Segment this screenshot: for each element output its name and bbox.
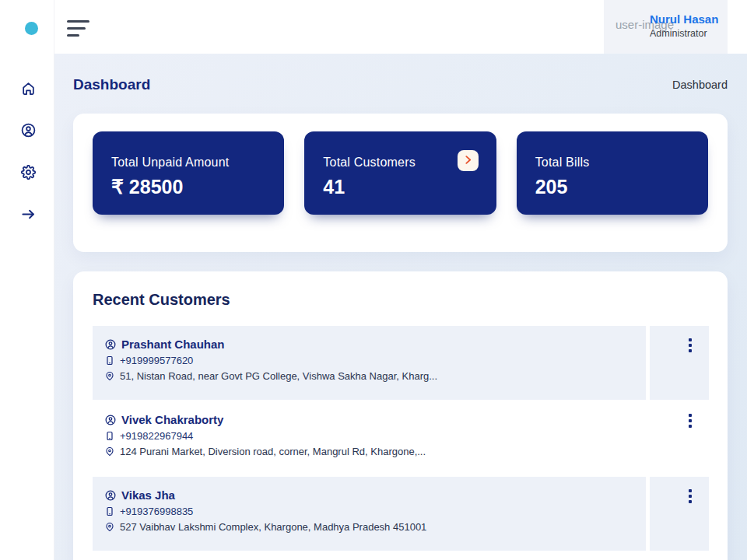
customer-info-cell: Vivek Chakraborty +919822967944 124 Pura… — [93, 401, 646, 475]
customer-actions-cell — [650, 401, 709, 475]
sidebar-item-customers[interactable] — [21, 123, 36, 138]
stat-label: Total Bills — [535, 156, 708, 170]
customer-list: Prashant Chauhan +919999577620 51, Nista… — [93, 326, 709, 552]
customer-name[interactable]: Prashant Chauhan — [121, 338, 225, 351]
user-role-label: Administrator — [650, 28, 718, 39]
sidebar-item-home[interactable] — [21, 81, 36, 96]
user-circle-icon — [21, 123, 36, 138]
kebab-menu-icon[interactable] — [685, 411, 696, 430]
customer-phone: +919376998835 — [120, 506, 193, 517]
person-circle-icon — [105, 490, 116, 501]
stats-row: Total Unpaid Amount ₹ 28500 Total Custom… — [93, 131, 708, 215]
breadcrumb[interactable]: Dashboard — [672, 79, 728, 91]
sidebar — [0, 0, 54, 560]
kebab-menu-icon[interactable] — [685, 487, 696, 506]
customer-address: 124 Purani Market, Diversion road, corne… — [120, 446, 426, 457]
user-meta: Nurul Hasan Administrator — [650, 12, 718, 39]
sidebar-item-settings[interactable] — [21, 165, 36, 180]
map-pin-icon — [105, 521, 114, 533]
customer-actions-cell — [650, 326, 709, 400]
stat-total-bills: Total Bills 205 — [517, 131, 708, 215]
kebab-menu-icon[interactable] — [685, 336, 696, 355]
app-logo — [25, 22, 38, 35]
customer-phone: +919822967944 — [120, 430, 193, 442]
stats-panel: Total Unpaid Amount ₹ 28500 Total Custom… — [73, 114, 728, 252]
map-pin-icon — [105, 446, 114, 457]
phone-icon — [105, 355, 114, 366]
user-name-link[interactable]: Nurul Hasan — [650, 12, 718, 26]
customer-name[interactable]: Vikas Jha — [121, 488, 175, 502]
customer-row[interactable]: Prashant Chauhan +919999577620 51, Nista… — [93, 326, 709, 400]
arrow-right-icon — [21, 207, 36, 222]
customer-phone: +919999577620 — [120, 355, 193, 366]
chevron-right-icon — [463, 155, 473, 167]
sidebar-item-logout[interactable] — [21, 207, 36, 222]
customer-address: 527 Vaibhav Lakshmi Complex, Khargone, M… — [120, 521, 426, 533]
phone-icon — [105, 430, 114, 442]
top-header: user-image Nurul Hasan Administrator — [54, 0, 747, 54]
customer-row[interactable]: Vikas Jha +919376998835 527 Vaibhav Laks… — [93, 477, 709, 551]
stat-value: 41 — [323, 176, 496, 198]
stat-total-customers: Total Customers 41 — [304, 131, 496, 215]
stat-label: Total Unpaid Amount — [111, 156, 284, 170]
customer-address: 51, Nistan Road, near Govt PG College, V… — [120, 370, 437, 382]
customer-actions-cell — [650, 477, 709, 551]
user-profile-area[interactable]: user-image Nurul Hasan Administrator — [604, 0, 728, 54]
view-customers-button[interactable] — [458, 150, 479, 171]
menu-toggle-icon[interactable] — [67, 20, 90, 37]
dashboard-page: user-image Nurul Hasan Administrator Das… — [0, 0, 747, 560]
home-icon — [21, 81, 36, 96]
recent-customers-title: Recent Customers — [93, 291, 230, 309]
stat-value: ₹ 28500 — [111, 176, 284, 198]
customer-info-cell: Prashant Chauhan +919999577620 51, Nista… — [93, 326, 646, 400]
page-title: Dashboard — [73, 76, 150, 93]
gear-icon — [21, 165, 36, 180]
person-circle-icon — [105, 415, 116, 425]
recent-customers-panel: Recent Customers Prashant Chauhan +91999… — [73, 271, 728, 560]
stat-total-unpaid-amount: Total Unpaid Amount ₹ 28500 — [93, 131, 284, 215]
customer-name[interactable]: Vivek Chakraborty — [121, 413, 223, 426]
customer-info-cell: Vikas Jha +919376998835 527 Vaibhav Laks… — [93, 477, 646, 551]
map-pin-icon — [105, 370, 114, 382]
main-content: Dashboard Dashboard Total Unpaid Amount … — [54, 54, 747, 560]
person-circle-icon — [105, 339, 116, 350]
page-head: Dashboard Dashboard — [73, 76, 728, 93]
phone-icon — [105, 506, 114, 517]
customer-row[interactable]: Vivek Chakraborty +919822967944 124 Pura… — [93, 401, 709, 475]
stat-value: 205 — [535, 176, 708, 198]
